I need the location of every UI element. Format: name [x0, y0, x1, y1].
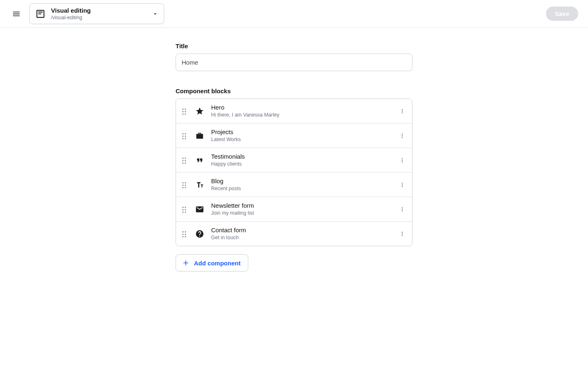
svg-point-18 [182, 182, 183, 183]
block-subtitle: Latest Works [211, 137, 392, 143]
drag-handle-icon[interactable] [182, 182, 188, 188]
drag-handle-icon[interactable] [182, 108, 188, 114]
block-subtitle: Get in touch [211, 235, 392, 241]
drag-handle-icon[interactable] [182, 132, 188, 139]
star-icon [195, 106, 205, 116]
svg-point-15 [185, 160, 186, 161]
svg-point-13 [185, 157, 186, 159]
block-title: Hero [211, 104, 392, 111]
block-row-testimonials[interactable]: Testimonials Happy clients [176, 148, 412, 172]
block-subtitle: Happy clients [211, 161, 392, 167]
topbar: Visual editing /visual-editing Save [0, 0, 588, 28]
block-more-button[interactable] [398, 132, 406, 140]
svg-point-6 [182, 133, 183, 134]
block-row-hero[interactable]: Hero Hi there, I am Vanessa Marley [176, 99, 412, 123]
main-content: Title Component blocks Hero Hi there, I … [0, 28, 588, 272]
block-title: Projects [211, 128, 392, 136]
svg-point-17 [185, 162, 186, 164]
add-component-button[interactable]: Add component [176, 254, 248, 272]
block-more-button[interactable] [398, 205, 406, 213]
title-input[interactable] [176, 54, 412, 71]
add-component-label: Add component [194, 260, 241, 267]
save-button[interactable]: Save [546, 7, 578, 21]
more-vert-icon [399, 157, 405, 164]
svg-point-33 [185, 233, 186, 235]
chevron-down-icon [151, 10, 159, 18]
svg-point-30 [182, 231, 183, 232]
svg-point-25 [185, 206, 186, 208]
svg-point-8 [182, 135, 183, 137]
svg-point-24 [182, 206, 183, 208]
svg-point-23 [185, 187, 186, 188]
block-row-blog[interactable]: Blog Recent posts [176, 172, 412, 197]
svg-point-27 [185, 209, 186, 210]
svg-point-12 [182, 157, 183, 159]
block-title: Blog [211, 177, 392, 185]
block-title: Contact form [211, 227, 392, 234]
text-icon [195, 180, 205, 190]
svg-point-2 [182, 111, 183, 112]
svg-point-29 [185, 211, 186, 213]
menu-icon [12, 9, 21, 18]
drag-handle-icon[interactable] [182, 206, 188, 213]
block-more-button[interactable] [398, 107, 406, 115]
block-more-button[interactable] [398, 230, 406, 238]
svg-point-26 [182, 209, 183, 210]
svg-point-11 [185, 138, 186, 139]
svg-point-14 [182, 160, 183, 161]
svg-point-19 [185, 182, 186, 183]
drag-handle-icon[interactable] [182, 157, 188, 164]
svg-point-34 [182, 236, 183, 237]
more-vert-icon [399, 182, 405, 188]
help-icon [195, 229, 205, 239]
svg-point-20 [182, 184, 183, 186]
plus-icon [182, 259, 190, 267]
svg-point-7 [185, 133, 186, 134]
svg-point-28 [182, 211, 183, 213]
svg-point-1 [185, 108, 186, 110]
svg-point-9 [185, 135, 186, 137]
more-vert-icon [399, 108, 405, 114]
mail-icon [195, 204, 205, 214]
svg-point-35 [185, 236, 186, 237]
page-selector-title: Visual editing [51, 7, 147, 14]
svg-point-0 [182, 108, 183, 110]
more-vert-icon [399, 231, 405, 237]
svg-point-5 [185, 113, 186, 114]
more-vert-icon [399, 132, 405, 139]
block-more-button[interactable] [398, 181, 406, 189]
svg-point-31 [185, 231, 186, 232]
blocks-list: Hero Hi there, I am Vanessa Marley [176, 99, 412, 246]
block-subtitle: Join my mailing list [211, 210, 392, 216]
briefcase-icon [195, 131, 205, 141]
title-label: Title [176, 43, 412, 49]
block-subtitle: Recent posts [211, 186, 392, 192]
svg-point-10 [182, 138, 183, 139]
document-icon [35, 8, 46, 20]
quote-icon [195, 155, 205, 165]
menu-button[interactable] [11, 9, 21, 19]
block-title: Newsletter form [211, 202, 392, 209]
block-subtitle: Hi there, I am Vanessa Marley [211, 112, 392, 118]
page-selector[interactable]: Visual editing /visual-editing [29, 3, 164, 25]
svg-point-3 [185, 111, 186, 112]
svg-point-4 [182, 113, 183, 114]
svg-point-16 [182, 162, 183, 164]
block-row-projects[interactable]: Projects Latest Works [176, 123, 412, 148]
svg-point-22 [182, 187, 183, 188]
drag-handle-icon[interactable] [182, 231, 188, 237]
blocks-label: Component blocks [176, 88, 412, 94]
block-row-contact[interactable]: Contact form Get in touch [176, 221, 412, 246]
more-vert-icon [399, 206, 405, 213]
page-selector-slug: /visual-editing [51, 15, 147, 20]
block-row-newsletter[interactable]: Newsletter form Join my mailing list [176, 197, 412, 221]
block-title: Testimonials [211, 153, 392, 160]
svg-point-21 [185, 184, 186, 186]
block-more-button[interactable] [398, 156, 406, 164]
svg-point-32 [182, 233, 183, 235]
